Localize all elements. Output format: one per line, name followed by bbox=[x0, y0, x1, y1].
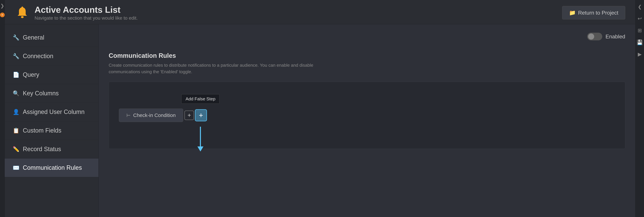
sidebar-item-key-columns-label: Key Columns bbox=[23, 90, 59, 97]
main-area: Active Accounts List Navigate to the sec… bbox=[5, 0, 635, 217]
custom-fields-icon: 📋 bbox=[13, 127, 20, 134]
connection-icon: 🔧 bbox=[13, 53, 20, 59]
save-icon[interactable]: 💾 bbox=[636, 38, 644, 46]
sidebar-item-record-status[interactable]: ✏️ Record Status bbox=[5, 140, 98, 159]
enabled-toggle[interactable] bbox=[587, 33, 602, 40]
folder-icon: 📁 bbox=[569, 9, 576, 16]
return-btn-label: Return to Project bbox=[578, 10, 618, 16]
header: Active Accounts List Navigate to the sec… bbox=[5, 0, 635, 24]
sidebar-item-connection-label: Connection bbox=[23, 53, 53, 60]
sidebar-item-connection[interactable]: 🔧 Connection bbox=[5, 47, 98, 65]
collapse-right-icon[interactable]: ❮ bbox=[637, 3, 643, 10]
section-description: Create communication rules to distribute… bbox=[109, 62, 344, 75]
expand-sidebar-icon[interactable]: ❯ bbox=[0, 3, 4, 8]
header-left: Active Accounts List Navigate to the sec… bbox=[15, 5, 138, 21]
add-true-step-icon: + bbox=[188, 112, 191, 119]
wrench-icon: 🔧 bbox=[13, 34, 20, 41]
toggle-row: Enabled bbox=[109, 33, 625, 49]
toggle-label: Enabled bbox=[606, 33, 625, 40]
arrow-head bbox=[198, 146, 204, 152]
sidebar-item-query-label: Query bbox=[23, 71, 39, 78]
section-header: Communication Rules Create communication… bbox=[109, 52, 625, 75]
add-false-step-icon: + bbox=[199, 111, 203, 119]
svg-point-1 bbox=[22, 6, 23, 8]
add-true-step-button[interactable]: + bbox=[184, 111, 194, 120]
left-sidebar-toggle: ❯ + bbox=[0, 0, 5, 217]
tooltip-arrow bbox=[198, 127, 204, 152]
sidebar-item-record-status-label: Record Status bbox=[23, 146, 61, 153]
sidebar-item-custom-fields[interactable]: 📋 Custom Fields bbox=[5, 121, 98, 140]
add-false-step-tooltip: Add False Step bbox=[182, 94, 220, 104]
assigned-user-icon: 👤 bbox=[13, 109, 20, 115]
sidebar-item-general[interactable]: 🔧 General bbox=[5, 28, 98, 47]
query-icon: 📄 bbox=[13, 72, 20, 78]
play-icon[interactable]: ▶ bbox=[637, 50, 643, 58]
sidebar-item-communication-rules-label: Communication Rules bbox=[23, 164, 82, 171]
undo-icon[interactable]: ↩ bbox=[636, 14, 643, 22]
grid-icon[interactable]: ⊞ bbox=[636, 26, 643, 34]
flow-node: ⊢ Check-in Condition + + Add False Step bbox=[119, 109, 207, 122]
sidebar-item-general-label: General bbox=[23, 34, 44, 41]
sidebar-item-custom-fields-label: Custom Fields bbox=[23, 127, 62, 134]
communication-rules-icon: ✉️ bbox=[13, 165, 20, 171]
section-title: Communication Rules bbox=[109, 52, 625, 59]
bell-icon bbox=[15, 5, 30, 20]
add-false-step-wrapper: + Add False Step bbox=[194, 109, 207, 121]
sidebar-item-assigned-user-column[interactable]: 👤 Assigned User Column bbox=[5, 103, 98, 121]
svg-point-0 bbox=[21, 16, 24, 18]
flow-canvas: ⊢ Check-in Condition + + Add False Step bbox=[109, 82, 625, 149]
page-subtitle: Navigate to the section that you would l… bbox=[34, 15, 138, 21]
sidebar-item-query[interactable]: 📄 Query bbox=[5, 65, 98, 84]
record-status-icon: ✏️ bbox=[13, 146, 20, 152]
enabled-toggle-area: Enabled bbox=[587, 33, 625, 40]
key-columns-icon: 🔍 bbox=[13, 90, 20, 97]
return-to-project-button[interactable]: 📁 Return to Project bbox=[562, 6, 625, 19]
sidebar-item-assigned-user-label: Assigned User Column bbox=[23, 108, 84, 115]
check-in-condition-node: ⊢ Check-in Condition bbox=[119, 109, 183, 122]
arrow-line bbox=[200, 127, 201, 147]
sidebar-item-key-columns[interactable]: 🔍 Key Columns bbox=[5, 84, 98, 103]
page-title: Active Accounts List bbox=[34, 5, 138, 15]
header-text: Active Accounts List Navigate to the sec… bbox=[34, 5, 138, 21]
right-toolbar: ❮ ↩ ⊞ 💾 ▶ bbox=[635, 0, 644, 217]
add-button[interactable]: + bbox=[0, 12, 5, 17]
nav-sidebar: 🔧 General 🔧 Connection 📄 Query 🔍 Key Col… bbox=[5, 24, 98, 217]
node-label: Check-in Condition bbox=[133, 112, 176, 118]
content-panel: Enabled Communication Rules Create commu… bbox=[98, 24, 635, 217]
add-false-step-button[interactable]: + bbox=[195, 109, 207, 121]
body-area: 🔧 General 🔧 Connection 📄 Query 🔍 Key Col… bbox=[5, 24, 635, 217]
sidebar-item-communication-rules[interactable]: ✉️ Communication Rules bbox=[5, 159, 98, 177]
condition-icon: ⊢ bbox=[126, 113, 130, 118]
